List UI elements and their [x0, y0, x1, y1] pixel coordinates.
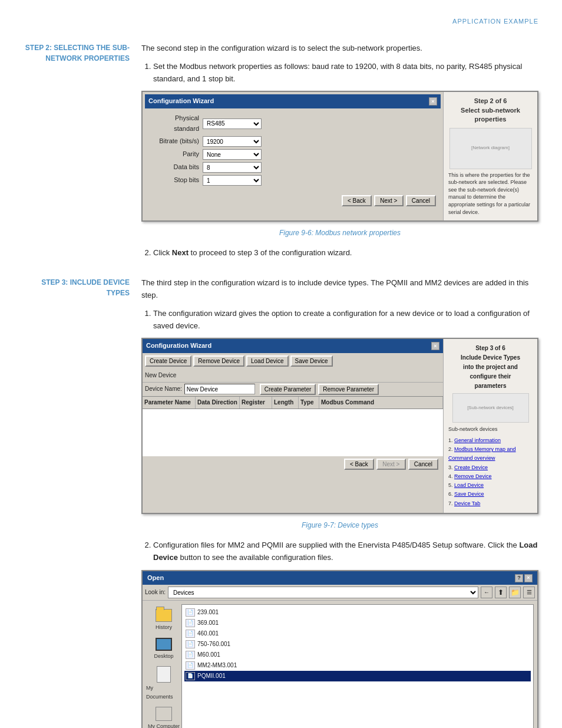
dialog-close-open[interactable]: ×: [524, 574, 533, 582]
dialog-left-step2: Configuration Wizard × Physical standard…: [143, 92, 443, 220]
form-row-parity: Parity None: [150, 149, 436, 160]
section2: STEP 2: SELECTING THE SUB-NETWORK PROPER…: [24, 42, 538, 265]
section3-step2: Configuration files for MM2 and PQMII ar…: [153, 539, 538, 564]
new-folder-btn[interactable]: 📁: [509, 587, 521, 598]
open-main: 📄 239.001 📄 369.001 📄 460.001: [181, 604, 534, 728]
back-button-step3[interactable]: < Back: [344, 459, 374, 470]
open-sidebar: History Desktop My Documents My Com: [146, 604, 181, 728]
header-text: APPLICATION EXAMPLE: [452, 18, 538, 25]
sub-devices-diagram: [Sub-network devices]: [452, 393, 529, 423]
file-item-460[interactable]: 📄 460.001: [184, 628, 531, 639]
file-icon-pqmii: 📄: [186, 672, 195, 680]
lookin-select[interactable]: Devices: [168, 587, 478, 598]
remove-device-btn[interactable]: Remove Device: [193, 355, 244, 367]
view-btn[interactable]: ☰: [523, 587, 535, 598]
dialog-body-step2: Physical standard RS485 Bitrate (bits/s)…: [145, 108, 441, 193]
dialog-close-step3[interactable]: ×: [431, 342, 439, 350]
cancel-button-step3[interactable]: Cancel: [408, 459, 438, 470]
section3-content: The third step in the configuration wiza…: [141, 277, 538, 728]
bitrate-select[interactable]: 19200: [203, 136, 262, 147]
mydocs-icon: [157, 666, 171, 683]
stopbits-select[interactable]: 1: [203, 175, 262, 186]
section3-intro: The third step in the configuration wiza…: [141, 277, 538, 302]
step3-dialog-left: Configuration Wizard × Create Device Rem…: [143, 339, 443, 513]
file-item-m60[interactable]: 📄 M60.001: [184, 650, 531, 660]
form-row-stopbits: Stop bits 1: [150, 175, 436, 186]
section3-label: STEP 3: INCLUDE DEVICE TYPES: [24, 277, 141, 728]
file-list: 📄 239.001 📄 369.001 📄 460.001: [181, 604, 534, 728]
file-icon-460: 📄: [186, 630, 195, 638]
dialog-titlebar-step2: Configuration Wizard ×: [145, 94, 441, 108]
dialog-right-step2: Step 2 of 6Select sub-networkproperties …: [443, 92, 537, 220]
create-param-btn[interactable]: Create Parameter: [260, 384, 316, 395]
next-button-step2[interactable]: Next >: [374, 195, 404, 206]
load-device-btn[interactable]: Load Device: [246, 355, 289, 367]
sidebar-mycomputer[interactable]: My Computer: [148, 707, 180, 728]
sidebar-mydocs[interactable]: My Documents: [146, 666, 181, 701]
desktop-icon: [156, 638, 172, 651]
section3: STEP 3: INCLUDE DEVICE TYPES The third s…: [24, 277, 538, 728]
sub-devices-label: Sub-network devices: [448, 425, 533, 433]
dialog-close-step2[interactable]: ×: [429, 97, 437, 106]
section2-step1: Set the Modbus network properties as fol…: [153, 61, 538, 85]
file-icon-m60: 📄: [186, 651, 195, 659]
device-name-row: Device Name: Create Parameter Remove Par…: [143, 383, 443, 396]
remove-param-btn[interactable]: Remove Parameter: [318, 384, 379, 395]
sidebar-desktop[interactable]: Desktop: [154, 638, 173, 660]
section3-step1: The configuration wizard gives the optio…: [153, 308, 538, 332]
figure-caption-step2: Figure 9-6: Modbus network properties: [141, 228, 538, 239]
dialog-buttons-step2: < Back Next > Cancel: [145, 193, 441, 209]
section2-label: STEP 2: SELECTING THE SUB-NETWORK PROPER…: [24, 42, 141, 265]
back-button-step2[interactable]: < Back: [342, 195, 372, 206]
open-file-dialog: Open ? × Look in: Devices ← ⬆ 📁 ☰: [141, 570, 538, 728]
page-header: APPLICATION EXAMPLE: [24, 18, 538, 25]
history-icon: [156, 609, 172, 622]
step3-links: 1. General information 2. Modbus Memory …: [448, 436, 533, 508]
file-icon-750: 📄: [186, 640, 195, 648]
config-wizard-dialog-step2: Configuration Wizard × Physical standard…: [141, 91, 538, 222]
open-toolbar: Look in: Devices ← ⬆ 📁 ☰: [143, 585, 537, 601]
section2-intro: The second step in the configuration wiz…: [141, 42, 538, 55]
step3-toolbar: Create Device Remove Device Load Device …: [143, 353, 443, 369]
dialog-titlebar-step3: Configuration Wizard ×: [143, 339, 443, 353]
computer-icon: [156, 707, 172, 721]
form-row-physical: Physical standard RS485: [150, 113, 436, 134]
file-item-369[interactable]: 📄 369.001: [184, 618, 531, 628]
sidebar-history[interactable]: History: [156, 609, 172, 631]
file-icon-239: 📄: [186, 608, 195, 617]
config-wizard-dialog-step3: Configuration Wizard × Create Device Rem…: [141, 338, 538, 514]
open-dialog-body: History Desktop My Documents My Com: [143, 601, 537, 728]
file-icon-mm2: 📄: [186, 661, 195, 670]
back-nav-btn[interactable]: ←: [481, 587, 492, 598]
physical-standard-select[interactable]: RS485: [203, 118, 262, 129]
create-device-btn[interactable]: Create Device: [145, 355, 191, 367]
file-item-750[interactable]: 📄 750-760.001: [184, 639, 531, 650]
form-row-databits: Data bits 8: [150, 162, 436, 173]
dialog-help[interactable]: ?: [515, 574, 523, 582]
file-item-mm2[interactable]: 📄 MM2-MM3.001: [184, 660, 531, 671]
new-device-label: New Device: [143, 369, 443, 383]
cancel-button-step2[interactable]: Cancel: [406, 195, 436, 206]
file-item-239[interactable]: 📄 239.001: [184, 607, 531, 618]
next-button-step3[interactable]: Next >: [376, 459, 406, 470]
section2-content: The second step in the configuration wiz…: [141, 42, 538, 265]
databits-select[interactable]: 8: [203, 162, 262, 173]
step2-description: This is where the properties for the sub…: [448, 172, 533, 216]
up-folder-btn[interactable]: ⬆: [495, 587, 507, 598]
form-row-bitrate: Bitrate (bits/s) 19200: [150, 136, 436, 147]
file-icon-369: 📄: [186, 619, 195, 627]
step2-diagram: [Network diagram]: [449, 128, 532, 169]
save-device-btn[interactable]: Save Device: [290, 355, 333, 367]
step3-title: Step 3 of 6Include Device Typesinto the …: [448, 344, 533, 391]
file-item-pqmii[interactable]: 📄 PQMII.001: [184, 671, 531, 681]
dialog-buttons-step3: < Back Next > Cancel: [143, 456, 443, 472]
section2-step2: Click Next to proceed to step 3 of the c…: [153, 247, 538, 259]
titlebar-controls: ? ×: [515, 574, 533, 582]
step3-table-header: Parameter Name Data Direction Register L…: [143, 396, 443, 409]
step3-table-body: [143, 409, 443, 456]
device-name-input[interactable]: [184, 384, 255, 394]
parity-select[interactable]: None: [203, 149, 262, 160]
step3-dialog-right: Step 3 of 6Include Device Typesinto the …: [443, 339, 537, 513]
open-dialog-titlebar: Open ? ×: [143, 571, 537, 585]
step2-title: Step 2 of 6Select sub-networkproperties: [448, 97, 533, 124]
